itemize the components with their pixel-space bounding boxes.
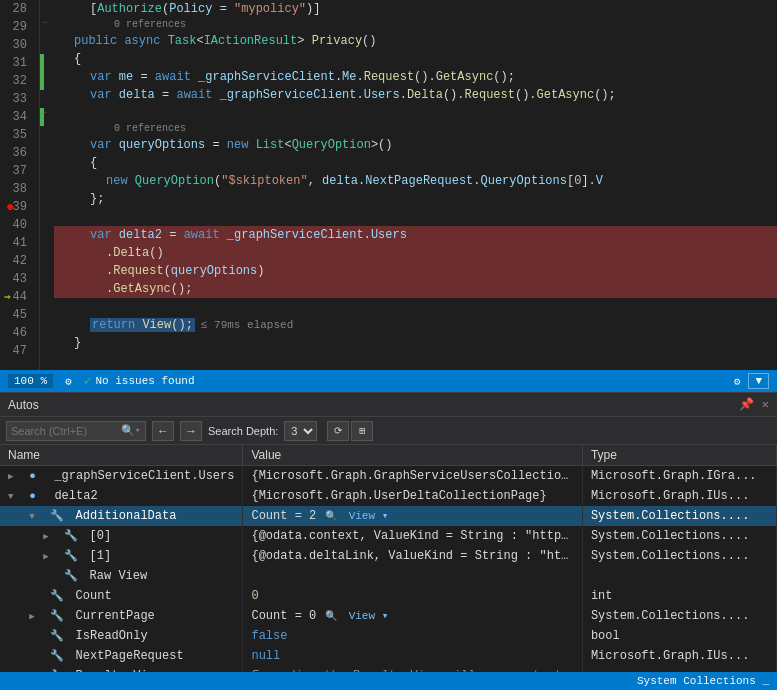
expand-toggle[interactable]: ▶ <box>29 611 43 622</box>
code-content: [Authorize(Policy = "mypolicy")] 0 refer… <box>54 0 777 370</box>
code-line-43 <box>54 298 777 316</box>
pin-button[interactable]: 📌 <box>739 397 754 412</box>
row-name-text: [1] <box>90 549 112 563</box>
table-row[interactable]: ▶ 🔧 CurrentPage Count = 0 🔍 View ▾ Syste… <box>0 606 777 626</box>
row-name: ▶ ● _graphServiceClient.Users <box>0 466 243 486</box>
panel-title: Autos <box>8 398 39 412</box>
table-row[interactable]: ▶ 🔧 [1] {@odata.deltaLink, ValueKind = S… <box>0 546 777 566</box>
status-branch-icon: ⚙ <box>65 375 72 388</box>
code-line-35: { <box>54 154 777 172</box>
table-row-selected[interactable]: ▼ 🔧 AdditionalData Count = 2 🔍 View ▾ Sy… <box>0 506 777 526</box>
coverage-bar-2 <box>40 72 44 90</box>
expand-toggle[interactable]: ▼ <box>29 512 43 522</box>
coverage-bar <box>40 54 44 72</box>
search-depth-select[interactable]: 3 1 2 4 5 <box>284 421 317 441</box>
var-icon: ● <box>29 470 45 482</box>
view-link[interactable]: View ▾ <box>349 610 389 622</box>
row-name-text: NextPageRequest <box>76 649 184 663</box>
col-value[interactable]: Value <box>243 445 582 466</box>
table-row[interactable]: ▶ ● _graphServiceClient.Users {Microsoft… <box>0 466 777 486</box>
panel-controls: 📌 ✕ <box>739 397 769 412</box>
row-name-text: Count <box>76 589 112 603</box>
code-line-33 <box>54 104 777 122</box>
row-type: System.Collections.... <box>582 506 776 526</box>
col-type[interactable]: Type <box>582 445 776 466</box>
refresh-icon-button[interactable]: ⟳ <box>327 421 349 441</box>
code-line-44: return View();≤ 79ms elapsed <box>54 316 777 334</box>
code-line-32: var delta = await _graphServiceClient.Us… <box>54 86 777 104</box>
line-34: 34 <box>8 108 31 126</box>
row-name: ▶ 🔧 [0] <box>0 526 243 546</box>
view-link[interactable]: View ▾ <box>349 510 389 522</box>
line-47: 47 <box>8 342 31 360</box>
search-box[interactable]: 🔍 ▾ <box>6 421 146 441</box>
col-name[interactable]: Name <box>0 445 243 466</box>
panel-toolbar: 🔍 ▾ ← → Search Depth: 3 1 2 4 5 ⟳ ⊞ <box>0 417 777 445</box>
expand-toggle[interactable]: ▼ <box>8 492 22 502</box>
row-type: Microsoft.Graph.IUs... <box>582 646 776 666</box>
zoom-level[interactable]: 100 % <box>8 374 53 388</box>
search-dropdown-icon[interactable]: ▾ <box>135 425 140 436</box>
nav-forward-button[interactable]: → <box>180 421 202 441</box>
code-line-37: }; <box>54 190 777 208</box>
row-name: 🔧 NextPageRequest <box>0 646 243 666</box>
expand-toggle[interactable]: ▶ <box>43 531 57 542</box>
line-28: 28 <box>8 0 31 18</box>
expand-icon-button[interactable]: ⊞ <box>351 421 373 441</box>
table-row[interactable]: 🔧 Count 0 int <box>0 586 777 606</box>
row-value: 0 <box>243 586 582 606</box>
autos-table: Name Value Type ▶ ● _graphServiceClient.… <box>0 445 777 672</box>
prop-icon: 🔧 <box>50 589 66 602</box>
row-type: bool <box>582 626 776 646</box>
row-type: System.Collections.... <box>582 546 776 566</box>
toolbar-dropdown[interactable]: ▼ <box>748 373 769 389</box>
row-name: 🔧 Count <box>0 586 243 606</box>
collapse-method[interactable]: − <box>42 18 47 28</box>
row-name: ▼ 🔧 AdditionalData <box>0 506 243 526</box>
line-33: 33 <box>8 90 31 108</box>
line-38: 38 <box>8 180 31 198</box>
expand-toggle[interactable]: ▶ <box>8 471 22 482</box>
code-line-46 <box>54 352 777 370</box>
line-42: 42 <box>8 252 31 270</box>
var-icon: ● <box>29 490 45 502</box>
row-name-text: CurrentPage <box>76 609 155 623</box>
autos-table-container[interactable]: Name Value Type ▶ ● _graphServiceClient.… <box>0 445 777 672</box>
table-row[interactable]: 🔧 Raw View <box>0 566 777 586</box>
row-name-text: AdditionalData <box>76 509 177 523</box>
prop-icon: 🔧 <box>50 509 66 522</box>
table-row[interactable]: ▶ 🔧 [0] {@odata.context, ValueKind = Str… <box>0 526 777 546</box>
panel-footer: System Collections _ <box>0 672 777 690</box>
row-name-text: delta2 <box>54 489 97 503</box>
table-row[interactable]: 🔧 NextPageRequest null Microsoft.Graph.I… <box>0 646 777 666</box>
row-value: null <box>243 646 582 666</box>
no-issues-text: No issues found <box>95 375 194 387</box>
nav-back-button[interactable]: ← <box>152 421 174 441</box>
table-row[interactable]: 🔧 IsReadOnly false bool <box>0 626 777 646</box>
table-row[interactable]: ▼ ● delta2 {Microsoft.Graph.UserDeltaCol… <box>0 486 777 506</box>
line-39-breakpoint[interactable]: 39 <box>8 198 31 216</box>
prop-icon: 🔧 <box>64 569 80 582</box>
code-line-29: public async Task<IActionResult> Privacy… <box>54 32 777 50</box>
toolbar-icon-1[interactable]: ⚙ <box>734 375 741 388</box>
row-type <box>582 566 776 586</box>
row-type: Microsoft.Graph.IUs... <box>582 486 776 506</box>
row-name-text: [0] <box>90 529 112 543</box>
row-value: {Microsoft.Graph.UserDeltaCollectionPage… <box>243 486 582 506</box>
line-36: 36 <box>8 144 31 162</box>
table-header-row: Name Value Type <box>0 445 777 466</box>
status-bar: 100 % ⚙ ✓ No issues found ⚙ ▼ <box>0 370 777 392</box>
magnify-icon: 🔍 <box>325 611 337 622</box>
row-value: {Microsoft.Graph.GraphServiceUsersCollec… <box>243 466 582 486</box>
expand-toggle[interactable]: ▶ <box>43 551 57 562</box>
close-panel-button[interactable]: ✕ <box>762 397 769 412</box>
line-31: 31 <box>8 54 31 72</box>
coverage-bar-3 <box>40 108 44 126</box>
row-name-text: _graphServiceClient.Users <box>54 469 234 483</box>
prop-icon: 🔧 <box>64 549 80 562</box>
code-line-30: { <box>54 50 777 68</box>
search-input[interactable] <box>11 425 121 437</box>
row-value: {@odata.deltaLink, ValueKind = String : … <box>243 546 582 566</box>
row-name: ▶ 🔧 [1] <box>0 546 243 566</box>
check-icon: ✓ <box>84 373 92 389</box>
